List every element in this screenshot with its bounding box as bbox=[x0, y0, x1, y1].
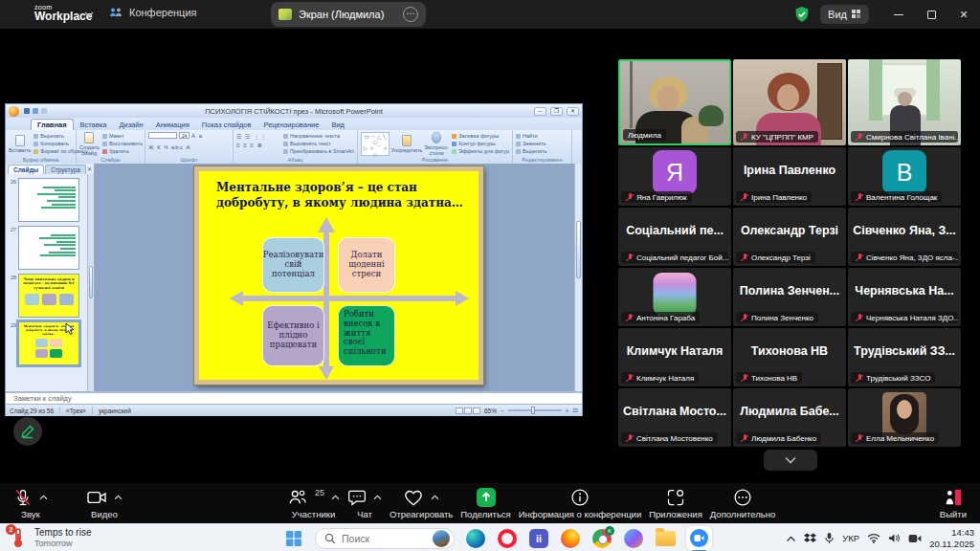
participants-icon bbox=[287, 488, 308, 507]
thumbnail-box bbox=[35, 349, 48, 358]
font-name-box bbox=[148, 132, 177, 139]
thumbnail-box bbox=[59, 294, 74, 305]
react-button-label: Отреагировать bbox=[390, 509, 453, 519]
view-button[interactable]: Вид bbox=[820, 5, 869, 24]
taskbar-app-teams[interactable]: ii bbox=[528, 528, 549, 549]
participants-button[interactable]: 25 Участники bbox=[287, 487, 340, 519]
select-icon bbox=[516, 149, 521, 154]
taskbar-app-firefox[interactable] bbox=[560, 528, 581, 549]
participant-tile-name[interactable]: Соціальний пе... Соціальний педагог Бой.… bbox=[618, 208, 731, 266]
taskbar-app-opera[interactable] bbox=[497, 528, 518, 549]
status-theme-name: «Трек» bbox=[66, 408, 86, 414]
taskbar-search-box[interactable]: Поиск bbox=[315, 528, 455, 549]
participant-tile-name[interactable]: Ірина Павленко Ірина Павленко bbox=[733, 147, 846, 206]
taskbar-clock[interactable]: 14:43 20.11.2025 bbox=[929, 527, 974, 549]
participant-tile-name[interactable]: Сівченко Яна, З... Сівченко Яна, ЗДО ясл… bbox=[848, 208, 961, 266]
delete-icon bbox=[102, 149, 107, 154]
taskbar-app-chrome[interactable]: K bbox=[591, 528, 612, 549]
slide-thumbnail-29: 29 Ментальне здоров’я – це стан добробут… bbox=[8, 321, 92, 365]
tray-mic-icon[interactable] bbox=[824, 532, 835, 544]
participant-tile-avatar[interactable]: Елла Мельниченко bbox=[848, 388, 961, 447]
mic-muted-icon bbox=[626, 253, 634, 262]
security-shield-icon[interactable] bbox=[793, 6, 811, 23]
participant-name-label: Елла Мельниченко bbox=[851, 432, 939, 444]
taskbar-app-edge[interactable] bbox=[465, 528, 486, 549]
participant-name-label: Антоніна Гараба bbox=[621, 312, 700, 323]
slide-title: Ментальне здоров’я – це стан добробуту, … bbox=[216, 181, 463, 210]
video-options-caret-icon[interactable] bbox=[114, 495, 122, 500]
taskbar-app-zoom-active[interactable] bbox=[686, 526, 712, 550]
close-button[interactable]: ✕ bbox=[947, 0, 980, 29]
participant-tile-name[interactable]: Трудівський ЗЗ... Трудівський ЗЗСО bbox=[848, 328, 961, 386]
react-caret-icon[interactable] bbox=[431, 495, 439, 500]
leave-meeting-button[interactable]: Выйти bbox=[940, 487, 967, 519]
workspace-dropdown-chevron-icon[interactable] bbox=[84, 11, 94, 18]
panel-scrollbar bbox=[87, 174, 94, 391]
teams-icon: ii bbox=[529, 529, 548, 548]
share-screen-button[interactable]: Поделиться bbox=[460, 487, 510, 519]
taskbar-app-explorer[interactable] bbox=[655, 528, 676, 549]
tray-camera-icon[interactable] bbox=[908, 534, 922, 543]
speaker-icon[interactable] bbox=[888, 533, 901, 543]
wifi-icon[interactable] bbox=[867, 533, 880, 543]
text-direction-icon bbox=[283, 134, 288, 139]
participant-tile-video[interactable]: КУ "ЦПРПП" КМР bbox=[733, 59, 846, 145]
tray-chevron-up-icon[interactable] bbox=[786, 535, 796, 542]
avatar: Я bbox=[653, 150, 697, 194]
participant-tile-video[interactable]: Людмила bbox=[618, 59, 731, 145]
tab-options-ellipsis-icon[interactable]: ⋯ bbox=[403, 7, 418, 22]
taskbar-app-copilot[interactable] bbox=[623, 528, 644, 549]
audio-options-caret-icon[interactable] bbox=[39, 495, 48, 500]
share-screen-icon bbox=[477, 488, 496, 507]
ribbon-group-label: Буфер обмена bbox=[6, 157, 76, 163]
participant-tile-name[interactable]: Климчук Наталя Климчук Наталя bbox=[618, 328, 731, 386]
dropbox-icon[interactable] bbox=[804, 533, 816, 544]
participants-caret-icon[interactable] bbox=[331, 495, 340, 500]
video-button[interactable]: Видео bbox=[86, 487, 122, 519]
tab-screen-share[interactable]: Экран (Людмила) ⋯ bbox=[271, 2, 426, 27]
scroll-more-participants-button[interactable] bbox=[764, 450, 817, 471]
react-button[interactable]: Отреагировать bbox=[390, 487, 453, 519]
align-buttons-icon: ≡ ≡ ≡ ≣ bbox=[236, 142, 280, 148]
status-zoom-level: 65% bbox=[484, 408, 497, 414]
quick-styles-icon bbox=[432, 132, 441, 143]
participant-tile-name[interactable]: Олександр Терзі Олександр Терзі bbox=[733, 208, 846, 266]
slide-number: 26 bbox=[8, 178, 16, 185]
meeting-info-button[interactable]: Информация о конференции bbox=[519, 487, 642, 519]
thumbnail-box bbox=[50, 339, 62, 347]
minimize-button[interactable] bbox=[882, 0, 915, 29]
participant-tile-avatar[interactable]: Антоніна Гараба bbox=[618, 268, 731, 326]
thumbnail-box bbox=[25, 294, 39, 305]
language-indicator[interactable]: УКР bbox=[842, 533, 859, 543]
shared-screen-powerpoint-window[interactable]: ПСИХОЛОГІЯ СТІЙКОСТІ през - Microsoft Po… bbox=[5, 103, 583, 416]
participant-tile-name[interactable]: Людмила Бабе... Людмила Бабенко bbox=[733, 388, 846, 447]
slide-thumbnail-26: 26 bbox=[8, 178, 92, 222]
participant-tile-name[interactable]: Полина Зенчен... Полина Зенченко bbox=[733, 268, 846, 326]
apps-button[interactable]: Приложения bbox=[649, 487, 702, 519]
thumbnail-bar bbox=[40, 254, 76, 256]
maximize-button[interactable] bbox=[915, 0, 947, 29]
mic-muted-icon bbox=[856, 434, 863, 443]
participant-tile-name[interactable]: Чернявська На... Чернявська Наталя ЗДО.. bbox=[848, 268, 961, 326]
participant-tile-name[interactable]: Світлана Мосто... Світлана Мостовенко bbox=[618, 388, 731, 447]
chat-button[interactable]: Чат bbox=[347, 487, 382, 519]
chat-caret-icon[interactable] bbox=[373, 495, 382, 500]
thumbnail-bar bbox=[60, 248, 76, 250]
participant-tile-video[interactable]: Смирнова Світлана Івані.. bbox=[848, 59, 961, 145]
more-button[interactable]: Дополнительно bbox=[710, 487, 775, 519]
participant-tile-avatar[interactable]: В Валентина Голощак bbox=[848, 147, 961, 206]
mic-muted-icon bbox=[856, 314, 863, 322]
participant-tile-avatar[interactable]: Я Яна Гаврилюк bbox=[618, 147, 731, 206]
select-button: Выделить bbox=[516, 148, 546, 154]
start-button[interactable] bbox=[283, 528, 304, 549]
annotation-pencil-button[interactable] bbox=[13, 417, 42, 446]
replace-icon bbox=[516, 142, 521, 146]
audio-button[interactable]: Звук bbox=[13, 487, 48, 519]
participant-tile-name[interactable]: Тихонова НВ Тихонова НВ bbox=[733, 328, 846, 386]
taskbar-weather-widget[interactable]: 2 Temps to rise Tomorrow bbox=[8, 526, 91, 549]
tab-meeting[interactable]: Конференция bbox=[109, 7, 196, 18]
audio-button-label: Звук bbox=[21, 509, 39, 519]
participant-name-label: Світлана Мостовенко bbox=[621, 432, 718, 444]
font-size-box: 24 bbox=[179, 132, 189, 139]
ribbon-group-label: Рисование bbox=[358, 157, 512, 163]
